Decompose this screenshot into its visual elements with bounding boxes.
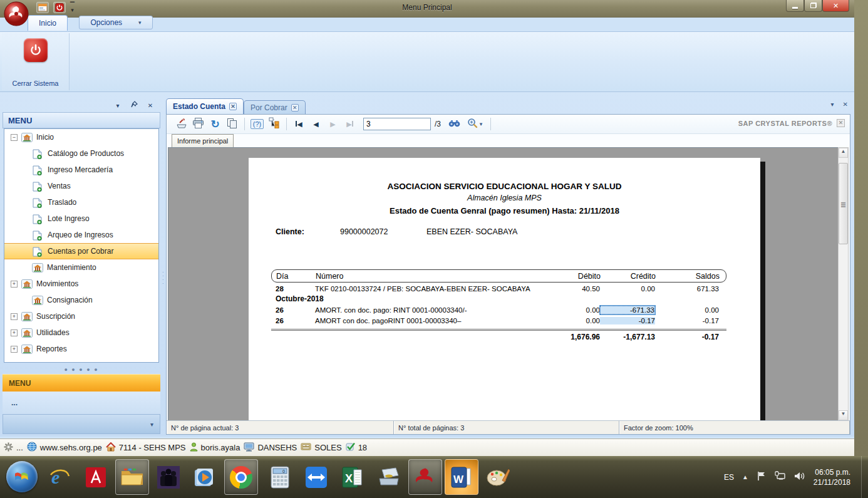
- pin-icon[interactable]: [129, 101, 139, 110]
- taskbar-icon-windows-explorer[interactable]: [115, 459, 149, 495]
- taskbar-icon-paint[interactable]: [481, 459, 515, 495]
- chevron-down-icon: ▾: [150, 421, 153, 428]
- sidebar-item-inicio[interactable]: − Inicio: [4, 129, 158, 145]
- sidebar-title: MENU: [3, 112, 160, 128]
- scrollbar-thumb[interactable]: ▬▬▬: [839, 163, 848, 244]
- hidden-icons-chevron[interactable]: ▲: [742, 474, 748, 480]
- taskbar-icon-calculator[interactable]: 0: [263, 459, 297, 495]
- sidebar-overflow-item[interactable]: ...: [3, 392, 160, 414]
- help-icon: (?): [251, 119, 264, 129]
- qat-customize-icon[interactable]: ▔▾: [70, 3, 75, 13]
- sidebar-item-cuentas-por-cobrar[interactable]: Cuentas por Cobrar: [4, 243, 158, 259]
- copy-button[interactable]: [224, 117, 240, 132]
- expand-icon[interactable]: +: [11, 329, 18, 336]
- binoculars-icon: [448, 118, 460, 130]
- action-center-flag-icon[interactable]: [757, 471, 767, 484]
- status-zoom-factor: Factor de zoom: 100%: [619, 421, 850, 434]
- tab-por-cobrar[interactable]: Por Cobrar ✕: [244, 100, 306, 114]
- taskbar-icon-word[interactable]: W: [445, 459, 478, 495]
- sidebar-item-ingreso-mercaderia[interactable]: Ingreso Mercadería: [4, 162, 158, 178]
- tab-opciones[interactable]: Opciones ▾: [79, 16, 153, 29]
- expand-icon[interactable]: +: [11, 346, 18, 353]
- sidebar-resize-grip[interactable]: ● ● ● ● ●: [3, 366, 160, 373]
- clock[interactable]: 06:05 p.m. 21/11/2018: [814, 467, 850, 487]
- print-button[interactable]: [190, 117, 207, 132]
- document-icon: [33, 214, 44, 224]
- table-row: 28 TKF 0210-00133724 / PEB: SOCABAYA-EBE…: [271, 284, 726, 293]
- next-page-button[interactable]: ▶: [324, 117, 341, 132]
- zoom-button[interactable]: ▾: [463, 117, 487, 132]
- taskbar-icon-chrome[interactable]: [224, 459, 258, 495]
- help-button[interactable]: (?): [249, 117, 266, 132]
- power-small-icon[interactable]: [53, 2, 66, 13]
- expand-icon[interactable]: +: [11, 281, 18, 288]
- tab-informe-principal[interactable]: Informe principal: [172, 134, 234, 147]
- document-pane-controls: ▾ ✕: [831, 101, 848, 108]
- search-button[interactable]: [446, 117, 463, 132]
- expand-icon[interactable]: +: [11, 313, 18, 320]
- scroll-up-icon[interactable]: ▲: [839, 148, 848, 158]
- export-button[interactable]: [173, 117, 190, 132]
- taskbar-icon-internet-explorer[interactable]: e: [43, 459, 76, 495]
- sidebar-item-arqueo-de-ingresos[interactable]: Arqueo de Ingresos: [4, 227, 158, 243]
- app-logo-icon[interactable]: [4, 1, 29, 26]
- tab-estado-cuenta[interactable]: Estado Cuenta ✕: [166, 98, 244, 114]
- previous-page-button[interactable]: ◀: [307, 117, 324, 132]
- brand-close-icon[interactable]: ✕: [837, 119, 845, 127]
- sidebar-item-reportes[interactable]: + Reportes: [4, 341, 158, 357]
- tab-close-icon[interactable]: ✕: [291, 104, 299, 112]
- network-icon[interactable]: [775, 471, 786, 484]
- window-small-icon[interactable]: [36, 2, 49, 13]
- minimize-button[interactable]: [786, 0, 804, 12]
- language-indicator[interactable]: ES: [724, 473, 734, 482]
- sidebar-bottom-bar[interactable]: ▾: [3, 414, 160, 434]
- start-button[interactable]: [6, 461, 38, 492]
- taskbar-icon-sehs-app[interactable]: [408, 459, 442, 495]
- sidebar-item-utilidades[interactable]: + Utilidades: [4, 324, 158, 341]
- quick-access-toolbar: ▔▾: [36, 2, 75, 13]
- last-page-icon: ▶: [346, 120, 353, 128]
- sidebar-splitter[interactable]: ∙∙∙∙: [160, 92, 166, 437]
- pane-menu-icon[interactable]: ▾: [113, 102, 123, 109]
- status-total-pages: N° total de páginas: 3: [394, 421, 619, 434]
- document-icon: [33, 149, 44, 158]
- taskbar-icon-media-player[interactable]: [188, 459, 222, 495]
- group-tree-button[interactable]: [266, 117, 282, 132]
- close-icon[interactable]: ✕: [843, 101, 848, 108]
- taskbar-icon-excel[interactable]: X: [336, 459, 369, 495]
- sidebar-bottom-band[interactable]: MENU: [3, 374, 160, 392]
- restore-button[interactable]: [804, 0, 822, 12]
- sidebar-item-catalogo-de-productos[interactable]: Catálogo de Productos: [4, 145, 158, 162]
- sidebar-item-mantenimiento[interactable]: Mantenimiento: [4, 259, 158, 276]
- client-name: EBEN EZER- SOCABAYA: [426, 227, 517, 236]
- taskbar-icon-teamviewer[interactable]: [299, 459, 333, 495]
- sidebar-item-consignacion[interactable]: Consignación: [4, 292, 158, 308]
- collapse-icon[interactable]: −: [11, 134, 18, 141]
- tab-close-icon[interactable]: ✕: [229, 103, 237, 110]
- tab-inicio[interactable]: Inicio: [28, 15, 68, 31]
- taskbar-icon-scanner[interactable]: [372, 459, 406, 495]
- sidebar-item-lote-ingreso[interactable]: Lote Ingreso: [4, 210, 158, 227]
- close-system-button[interactable]: [13, 38, 58, 77]
- page-shadow: [760, 162, 765, 421]
- sidebar-item-ventas[interactable]: Ventas: [4, 178, 158, 194]
- close-button[interactable]: ✕: [822, 0, 849, 12]
- gear-icon: [4, 442, 13, 454]
- scroll-down-icon[interactable]: ▼: [839, 410, 848, 420]
- taskbar-icon-user-group-app[interactable]: [152, 459, 185, 495]
- taskbar-icon-adobe-reader[interactable]: [79, 459, 113, 495]
- show-desktop-button[interactable]: [861, 456, 862, 498]
- refresh-button[interactable]: ↻: [207, 117, 224, 132]
- pane-close-icon[interactable]: ✕: [145, 102, 155, 109]
- chevron-down-icon[interactable]: ▾: [831, 101, 834, 108]
- sidebar-item-traslado[interactable]: Traslado: [4, 194, 158, 210]
- first-page-button[interactable]: ◀: [291, 117, 307, 132]
- page-number-input[interactable]: [363, 118, 431, 130]
- last-page-button[interactable]: ▶: [341, 117, 358, 132]
- client-code: 99000002072: [340, 227, 399, 236]
- sidebar-item-suscripcion[interactable]: + Suscripción: [4, 308, 158, 324]
- sidebar-item-movimientos[interactable]: + Movimientos: [4, 276, 158, 292]
- next-page-icon: ▶: [330, 120, 335, 128]
- vertical-scrollbar[interactable]: ▲ ▬▬▬ ▼: [838, 147, 849, 421]
- volume-icon[interactable]: [794, 471, 805, 484]
